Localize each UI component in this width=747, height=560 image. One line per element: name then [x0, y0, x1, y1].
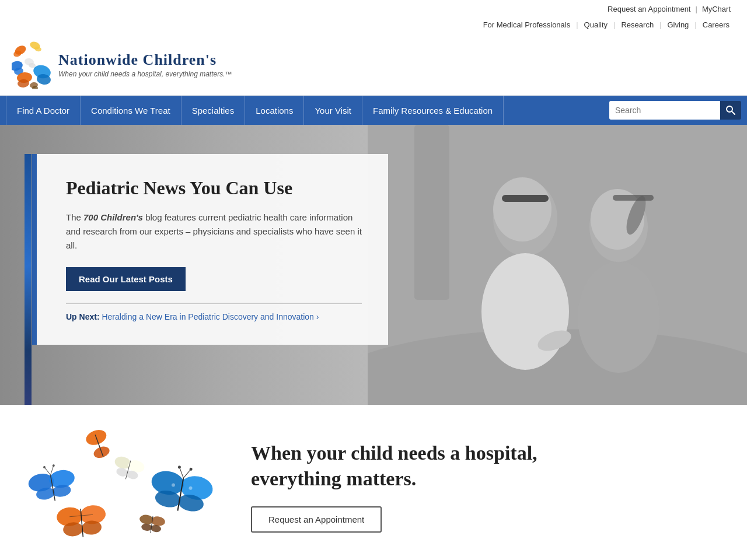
hero-body: The 700 Children's blog features current… [66, 211, 362, 253]
mychart-link[interactable]: MyChart [697, 5, 735, 13]
up-next-link[interactable]: Heralding a New Era in Pediatric Discove… [102, 312, 319, 321]
secondary-nav-quality[interactable]: Quality [578, 20, 613, 29]
hero-girls-svg [368, 125, 747, 405]
nav-specialties[interactable]: Specialties [181, 96, 246, 125]
hero-title: Pediatric News You Can Use [66, 177, 362, 199]
secondary-nav-research[interactable]: Research [615, 20, 659, 29]
secondary-nav-careers[interactable]: Careers [697, 20, 735, 29]
svg-rect-26 [613, 195, 654, 201]
hero-content-card: Pediatric News You Can Use The 700 Child… [32, 154, 388, 345]
request-appointment-link[interactable]: Request an Appointment [603, 5, 695, 13]
logo-nationwide: Nationwide Children's [58, 51, 217, 68]
svg-point-40 [52, 464, 55, 467]
svg-point-55 [178, 466, 181, 469]
hero-blue-accent [25, 154, 32, 405]
main-navigation: Find A Doctor Conditions We Treat Specia… [0, 96, 747, 125]
nav-your-visit[interactable]: Your Visit [304, 96, 362, 125]
butterfly-group [12, 428, 233, 545]
up-next-label: Up Next: [66, 312, 100, 321]
secondary-nav-medical-professionals[interactable]: For Medical Professionals [477, 20, 577, 29]
nav-find-doctor[interactable]: Find A Doctor [6, 96, 81, 125]
butterfly-decoration-svg [12, 428, 233, 545]
logo-butterfly-svg [12, 40, 53, 89]
nav-conditions[interactable]: Conditions We Treat [81, 96, 181, 125]
hero-image [368, 125, 747, 405]
tagline-text-section: When your child needs a hospital, everyt… [233, 440, 724, 533]
search-icon [726, 106, 735, 115]
tagline-section: When your child needs a hospital, everyt… [0, 405, 747, 560]
nav-family-resources[interactable]: Family Resources & Education [362, 96, 504, 125]
logo-title: Nationwide Children's [58, 51, 232, 69]
search-button[interactable] [720, 101, 741, 120]
svg-point-65 [141, 523, 152, 531]
read-posts-button[interactable]: Read Our Latest Posts [66, 267, 186, 291]
svg-line-15 [732, 111, 735, 114]
utility-bar: Request an Appointment | MyChart [0, 0, 747, 18]
svg-rect-21 [502, 195, 549, 202]
logo-subtitle: When your child needs a hospital, everyt… [58, 70, 232, 78]
hero-section: Pediatric News You Can Use The 700 Child… [0, 125, 747, 405]
svg-point-20 [493, 177, 551, 242]
svg-point-27 [578, 262, 659, 373]
header: Nationwide Children's When your child ne… [0, 34, 747, 96]
nav-locations[interactable]: Locations [245, 96, 304, 125]
logo-text: Nationwide Children's When your child ne… [58, 51, 232, 78]
request-appointment-button[interactable]: Request an Appointment [251, 506, 382, 533]
nav-links: Find A Doctor Conditions We Treat Specia… [6, 96, 601, 125]
svg-point-22 [481, 253, 569, 370]
secondary-nav: For Medical Professionals | Quality | Re… [0, 18, 747, 34]
tagline-heading: When your child needs a hospital, everyt… [251, 440, 724, 492]
secondary-nav-giving[interactable]: Giving [662, 20, 695, 29]
svg-rect-18 [414, 125, 449, 300]
logo-butterflies [12, 40, 53, 89]
logo-area[interactable]: Nationwide Children's When your child ne… [12, 40, 232, 89]
up-next-section: Up Next: Heralding a New Era in Pediatri… [66, 303, 362, 321]
search-input[interactable] [609, 101, 720, 120]
search-container [609, 101, 741, 120]
